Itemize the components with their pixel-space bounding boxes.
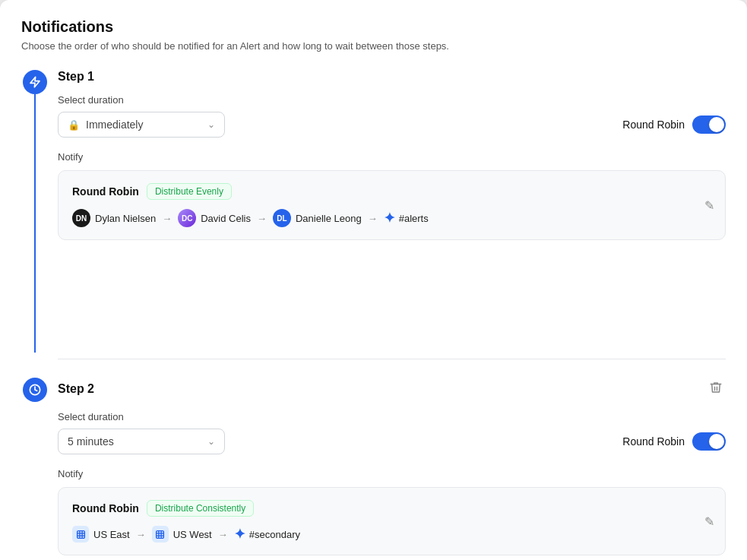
- step-2-badge: Distribute Consistently: [147, 500, 254, 517]
- step-2-body: Step 2 Select duration 5 minutes: [58, 378, 726, 560]
- step-1-notify-label: Notify: [58, 151, 726, 163]
- page-title: Notifications: [21, 18, 726, 36]
- member-dylan-name: Dylan Nielsen: [95, 213, 156, 224]
- step-1-icon: [23, 70, 47, 94]
- step-2-delete-button[interactable]: [706, 378, 726, 400]
- step-1-edit-button[interactable]: ✎: [704, 198, 714, 213]
- step-1-card-header: Round Robin Distribute Evenly: [72, 183, 711, 200]
- step-1-duration-label: Select duration: [58, 94, 726, 106]
- step-1-members: DN Dylan Nielsen → DC David Celis → DL D…: [72, 209, 711, 227]
- step-1-body: Step 1 Select duration 🔒 Immediately ⌄ R…: [58, 70, 726, 258]
- step-2-icon: [23, 378, 47, 402]
- member-danielle: DL Danielle Leong: [273, 209, 362, 227]
- notifications-page: Notifications Choose the order of who sh…: [0, 0, 747, 560]
- channel-alerts: ✦ #alerts: [384, 210, 429, 226]
- team-us-east-icon: [72, 526, 89, 543]
- team-us-west-icon: [152, 526, 169, 543]
- member-david: DC David Celis: [178, 209, 251, 227]
- hashtag-icon: ✦: [384, 210, 395, 226]
- arrow-1: →: [162, 213, 172, 224]
- step-2-notify-label: Notify: [58, 468, 726, 479]
- channel-alerts-name: #alerts: [399, 213, 429, 224]
- step-2-duration-label: Select duration: [58, 411, 726, 422]
- step-1-badge: Distribute Evenly: [147, 183, 232, 200]
- step-1-header: Step 1: [58, 70, 726, 84]
- team-us-east: US East: [72, 526, 130, 543]
- svg-rect-7: [157, 530, 164, 538]
- hashtag-icon-2: ✦: [234, 526, 245, 543]
- member-dylan: DN Dylan Nielsen: [72, 209, 156, 227]
- arrow-3: →: [368, 213, 378, 224]
- step-connector-1: [34, 94, 36, 353]
- channel-secondary-name: #secondary: [249, 529, 300, 540]
- divider-1: [58, 353, 726, 378]
- step-1-row: Step 1 Select duration 🔒 Immediately ⌄ R…: [21, 70, 726, 353]
- avatar-danielle: DL: [273, 209, 291, 227]
- step-1-line-col: [21, 70, 49, 353]
- step-1-rr-label: Round Robin: [622, 119, 685, 131]
- step-1-duration-row: 🔒 Immediately ⌄ Round Robin: [58, 112, 726, 138]
- step-1-card-title: Round Robin: [72, 185, 139, 198]
- step-1-notify-card: Round Robin Distribute Evenly DN Dylan N…: [58, 170, 726, 240]
- arrow-4: →: [136, 529, 146, 540]
- member-danielle-name: Danielle Leong: [296, 213, 362, 224]
- team-us-east-name: US East: [93, 529, 130, 540]
- step-1-round-robin: Round Robin: [622, 115, 726, 134]
- step-2-line-col: [21, 378, 49, 402]
- step-1-duration-select[interactable]: 🔒 Immediately ⌄: [58, 112, 225, 138]
- chevron-down-icon-2: ⌄: [207, 436, 215, 447]
- step-2-card-title: Round Robin: [72, 502, 139, 514]
- arrow-2: →: [257, 213, 267, 224]
- svg-rect-2: [77, 530, 84, 538]
- steps-container: Step 1 Select duration 🔒 Immediately ⌄ R…: [21, 70, 726, 560]
- step-2-members: US East →: [72, 526, 711, 543]
- svg-marker-0: [30, 77, 40, 87]
- chevron-down-icon: ⌄: [207, 119, 215, 130]
- step-2-duration-select[interactable]: 5 minutes ⌄: [58, 429, 225, 454]
- avatar-david: DC: [178, 209, 196, 227]
- member-david-name: David Celis: [201, 213, 251, 224]
- step-2-duration-value: 5 minutes: [68, 435, 207, 448]
- step-2-card-header: Round Robin Distribute Consistently: [72, 500, 711, 517]
- step-1-title: Step 1: [58, 70, 94, 84]
- team-us-west: US West: [152, 526, 212, 543]
- channel-secondary: ✦ #secondary: [234, 526, 300, 543]
- avatar-dylan: DN: [72, 209, 90, 227]
- step-2-title: Step 2: [58, 382, 94, 396]
- lock-icon: 🔒: [68, 119, 80, 131]
- step-2-round-robin: Round Robin: [622, 432, 726, 451]
- page-subtitle: Choose the order of who should be notifi…: [21, 40, 726, 52]
- step-1-duration-value: Immediately: [86, 119, 207, 131]
- step-2-rr-toggle[interactable]: [692, 432, 726, 451]
- step-2-edit-button[interactable]: ✎: [704, 514, 714, 529]
- arrow-5: →: [218, 529, 228, 540]
- step-1-rr-toggle[interactable]: [692, 115, 726, 134]
- step-2-duration-row: 5 minutes ⌄ Round Robin: [58, 429, 726, 454]
- step-2-row: Step 2 Select duration 5 minutes: [21, 378, 726, 560]
- step-2-header: Step 2: [58, 378, 726, 400]
- step-2-rr-label: Round Robin: [622, 435, 685, 448]
- team-us-west-name: US West: [173, 529, 212, 540]
- step-2-notify-card: Round Robin Distribute Consistently: [58, 487, 726, 555]
